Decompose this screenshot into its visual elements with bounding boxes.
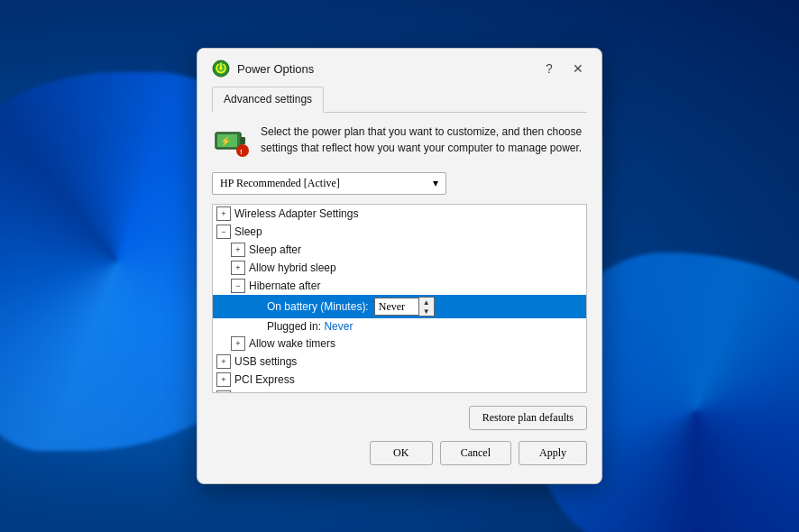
svg-text:!: ! (240, 148, 243, 156)
tree-item-wake-timers-label: Allow wake timers (249, 337, 335, 350)
restore-row: Restore plan defaults (212, 406, 587, 430)
svg-point-2 (220, 68, 223, 70)
on-battery-input[interactable] (374, 298, 419, 316)
tab-bar: Advanced settings (212, 87, 587, 113)
tree-item-plugged-in-label: Plugged in: (267, 320, 324, 333)
title-bar-controls: ? ✕ (537, 58, 591, 79)
tree-item-on-battery-label: On battery (Minutes): (267, 300, 369, 313)
cancel-button[interactable]: Cancel (440, 441, 511, 465)
tree-item-hibernate[interactable]: − Hibernate after (213, 277, 586, 295)
help-button[interactable]: ? (537, 58, 562, 79)
description-text: Select the power plan that you want to c… (261, 124, 585, 156)
dialog-title: Power Options (237, 62, 314, 76)
spin-up-button[interactable]: ▲ (419, 298, 434, 307)
tree-item-wake-timers[interactable]: + Allow wake timers (213, 335, 586, 353)
expand-pci-express-icon[interactable]: + (216, 372, 231, 387)
tree-item-wireless-label: Wireless Adapter Settings (234, 207, 358, 220)
title-bar-left: Power Options (212, 60, 314, 78)
battery-icon: ⚡ ! (214, 124, 250, 160)
tree-item-processor-power[interactable]: − Processor power management (213, 389, 586, 393)
restore-plan-defaults-button[interactable]: Restore plan defaults (469, 406, 587, 430)
tree-item-plugged-in[interactable]: Plugged in: Never (213, 318, 586, 335)
tree-item-hybrid-sleep[interactable]: + Allow hybrid sleep (213, 259, 586, 277)
ok-button[interactable]: OK (370, 441, 433, 465)
plugged-in-value-link[interactable]: Never (324, 320, 353, 333)
tree-item-sleep-after[interactable]: + Sleep after (213, 241, 586, 259)
tree-item-hibernate-label: Hibernate after (249, 280, 320, 292)
apply-button[interactable]: Apply (519, 441, 587, 465)
expand-processor-power-icon[interactable]: − (216, 390, 231, 393)
plan-dropdown[interactable]: HP Recommended [Active] ▾ (212, 172, 446, 195)
tree-item-usb[interactable]: + USB settings (213, 353, 586, 371)
tree-item-pci-express-label: PCI Express (234, 373, 295, 386)
tree-item-on-battery[interactable]: On battery (Minutes): ▲ ▼ (213, 295, 586, 318)
advanced-settings-tab[interactable]: Advanced settings (212, 87, 324, 113)
title-bar: Power Options ? ✕ (197, 49, 602, 87)
power-options-dialog: Power Options ? ✕ Advanced settings ⚡ ! … (197, 48, 602, 484)
svg-text:⚡: ⚡ (220, 135, 232, 147)
spin-buttons: ▲ ▼ (419, 297, 435, 316)
tree-item-hybrid-sleep-label: Allow hybrid sleep (249, 261, 336, 274)
dropdown-arrow-icon: ▾ (433, 177, 438, 190)
description-area: ⚡ ! Select the power plan that you want … (212, 124, 587, 160)
action-row: OK Cancel Apply (212, 441, 587, 476)
expand-hybrid-sleep-icon[interactable]: + (231, 261, 245, 275)
on-battery-spin[interactable]: ▲ ▼ (374, 297, 435, 316)
expand-sleep-icon[interactable]: − (216, 225, 231, 239)
tree-item-pci-express[interactable]: + PCI Express (213, 371, 586, 389)
expand-sleep-after-icon[interactable]: + (231, 243, 245, 257)
tree-item-wireless[interactable]: + Wireless Adapter Settings (213, 205, 586, 223)
tree-item-sleep-after-label: Sleep after (249, 243, 301, 256)
expand-wireless-icon[interactable]: + (216, 206, 231, 221)
tree-item-sleep-label: Sleep (234, 225, 262, 238)
close-button[interactable]: ✕ (565, 58, 591, 79)
expand-usb-icon[interactable]: + (216, 354, 231, 369)
power-options-icon (212, 60, 230, 78)
expand-hibernate-icon[interactable]: − (231, 279, 245, 293)
settings-tree[interactable]: + Wireless Adapter Settings − Sleep + Sl… (212, 204, 587, 393)
svg-rect-4 (241, 137, 245, 144)
expand-wake-timers-icon[interactable]: + (231, 336, 245, 351)
dialog-body: Advanced settings ⚡ ! Select the power p… (197, 87, 602, 483)
tree-item-processor-power-label: Processor power management (234, 391, 381, 393)
tree-item-usb-label: USB settings (234, 355, 297, 368)
plan-dropdown-value: HP Recommended [Active] (220, 177, 340, 190)
tree-item-sleep[interactable]: − Sleep (213, 223, 586, 241)
spin-down-button[interactable]: ▼ (419, 307, 434, 316)
svg-point-7 (236, 144, 249, 157)
